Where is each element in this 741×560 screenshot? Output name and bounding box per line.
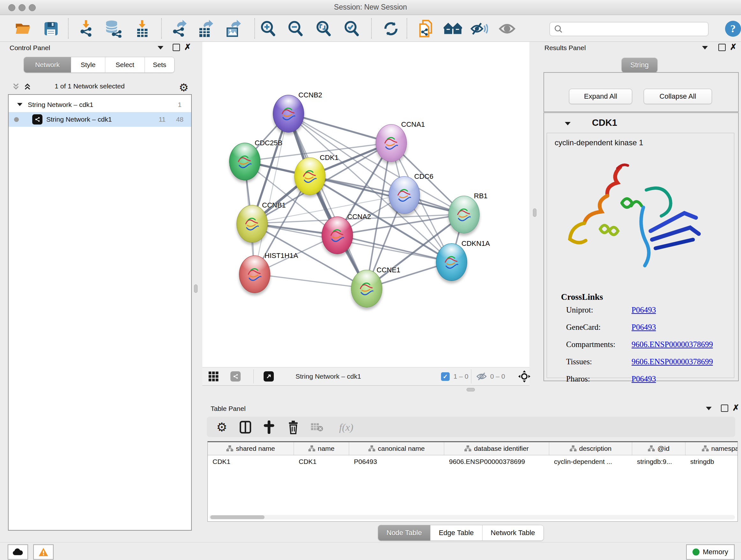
zoom-selected-icon	[343, 20, 360, 37]
tab-string[interactable]: String	[622, 58, 657, 72]
network-node-ccnb2[interactable]	[273, 95, 304, 132]
tree-expanded-caret-icon[interactable]	[16, 101, 23, 108]
panel-float-menu-icon[interactable]	[702, 46, 708, 50]
crosslink-row: Uniprot: P06493	[566, 306, 729, 318]
crosslink-tissues-link[interactable]: 9606.ENSP00000378699	[631, 357, 713, 366]
table-row[interactable]: CDK1 CDK1 P06493 9606.ENSP00000378699 cy…	[208, 455, 738, 469]
results-panel-title: Results Panel	[544, 44, 586, 52]
network-node-cdc6[interactable]	[389, 176, 420, 214]
open-external-icon	[264, 371, 274, 381]
save-session-button[interactable]	[42, 19, 60, 38]
add-column-button[interactable]	[262, 420, 276, 435]
group-nodes-button[interactable]	[444, 19, 462, 38]
tab-style[interactable]: Style	[71, 57, 105, 72]
tab-sets[interactable]: Sets	[145, 57, 174, 72]
table-header-row: shared name name canonical name database…	[208, 442, 738, 455]
network-node-ccna1[interactable]	[376, 124, 407, 162]
import-table-button[interactable]	[133, 19, 151, 38]
fit-content-button[interactable]	[518, 370, 530, 383]
network-node-cdk1[interactable]	[294, 158, 326, 195]
network-share-button[interactable]	[230, 370, 241, 383]
network-collection-row[interactable]: String Network – cdk1 1	[9, 98, 191, 112]
network-node-ccna2[interactable]	[322, 216, 353, 254]
network-options-gear-icon[interactable]: ⚙	[179, 81, 189, 94]
open-session-button[interactable]	[14, 19, 32, 38]
import-network-button[interactable]	[77, 19, 95, 38]
tab-edge-table[interactable]: Edge Table	[430, 525, 482, 541]
help-question-glyph: ?	[731, 23, 736, 35]
panel-float-menu-icon[interactable]	[706, 407, 712, 410]
cloud-status-button[interactable]	[8, 544, 28, 560]
zoom-out-button[interactable]	[286, 19, 305, 38]
tab-select[interactable]: Select	[105, 57, 145, 72]
export-network-button[interactable]	[169, 19, 188, 38]
horizontal-splitter-handle[interactable]	[467, 388, 475, 391]
node-label: CDC6	[414, 172, 433, 181]
import-network-from-database-button[interactable]	[104, 19, 122, 38]
warnings-button[interactable]	[33, 544, 54, 560]
selected-checkbox-icon: ✓	[441, 372, 450, 381]
vertical-splitter-handle[interactable]	[194, 285, 198, 293]
network-node-hist1h1a[interactable]	[239, 255, 270, 293]
column-header[interactable]: database identifier	[444, 442, 549, 455]
cloud-icon	[12, 548, 23, 556]
crosslink-uniprot-link[interactable]: P06493	[631, 306, 656, 314]
selected-nodes-indicator[interactable]: ✓ 1 – 0	[441, 370, 468, 383]
crosslink-compartments-link[interactable]: 9606.ENSP00000378699	[631, 340, 713, 349]
zoom-fit-button[interactable]	[315, 19, 333, 38]
network-node-ccnb1[interactable]	[237, 205, 268, 243]
search-input[interactable]	[566, 23, 708, 35]
export-table-button[interactable]	[196, 19, 214, 38]
tab-network-table[interactable]: Network Table	[482, 525, 543, 541]
node-table: shared name name canonical name database…	[207, 441, 738, 522]
column-header[interactable]: @id	[632, 442, 685, 455]
toolbar-separator	[161, 18, 162, 39]
panel-maximize-icon[interactable]	[718, 44, 726, 51]
panel-maximize-icon[interactable]	[721, 405, 728, 412]
network-node-ccne1[interactable]	[351, 270, 382, 307]
column-header[interactable]: shared name	[208, 442, 294, 455]
hide-selection-button[interactable]	[470, 19, 488, 38]
expand-all-button[interactable]: Expand All	[569, 89, 632, 104]
collapse-all-button[interactable]: Collapse All	[644, 89, 712, 104]
delete-column-button[interactable]	[286, 420, 300, 435]
tab-network[interactable]: Network	[24, 57, 71, 72]
collapse-entry-caret-icon[interactable]	[564, 120, 571, 128]
refresh-button[interactable]	[382, 19, 400, 38]
column-header[interactable]: name	[294, 442, 349, 455]
tab-node-table[interactable]: Node Table	[378, 525, 430, 541]
column-header[interactable]: description	[549, 442, 632, 455]
column-header[interactable]: namespace	[685, 442, 738, 455]
hidden-nodes-indicator[interactable]: 0 – 0	[476, 370, 505, 383]
crosslink-genecard-link[interactable]: P06493	[631, 323, 656, 332]
table-options-gear-icon[interactable]: ⚙	[214, 420, 229, 435]
panel-float-menu-icon[interactable]	[158, 46, 163, 50]
network-canvas[interactable]: CCNB2 CCNA1 CDC25B CDK1 CDC6 RB1 CCNB1	[202, 42, 529, 367]
birds-eye-view-button[interactable]	[208, 370, 219, 383]
export-image-button[interactable]	[223, 19, 242, 38]
panel-close-icon[interactable]: ✗	[730, 44, 737, 50]
panel-close-icon[interactable]: ✗	[184, 44, 191, 50]
network-view-toolbar: String Network – cdk1 ✓ 1 – 0 0 – 0	[202, 367, 529, 386]
column-header[interactable]: canonical name	[349, 442, 444, 455]
horizontal-scrollbar[interactable]	[209, 515, 735, 519]
network-node-rb1[interactable]	[448, 196, 480, 233]
network-node-cdc25b[interactable]	[229, 143, 260, 180]
show-columns-button[interactable]	[238, 420, 253, 435]
zoom-selected-button[interactable]	[343, 19, 361, 38]
open-in-window-button[interactable]	[264, 370, 274, 383]
help-button[interactable]: ?	[725, 21, 741, 37]
vertical-splitter-handle[interactable]	[533, 208, 536, 217]
memory-button[interactable]: Memory	[686, 544, 735, 560]
network-node-cdkn1a[interactable]	[436, 243, 467, 281]
zoom-in-button[interactable]	[259, 19, 278, 38]
panel-maximize-icon[interactable]	[173, 44, 180, 51]
panel-close-icon[interactable]: ✗	[732, 405, 739, 411]
crosslink-row: GeneCard: P06493	[566, 323, 729, 335]
zoom-fit-icon	[315, 20, 333, 37]
crosslink-pharos-link[interactable]: P06493	[631, 374, 656, 383]
copy-network-button[interactable]	[416, 19, 435, 38]
network-row-selected[interactable]: String Network – cdk1 11 48	[9, 112, 191, 127]
scrollbar-thumb[interactable]	[210, 515, 265, 519]
show-all-button[interactable]	[498, 19, 516, 38]
